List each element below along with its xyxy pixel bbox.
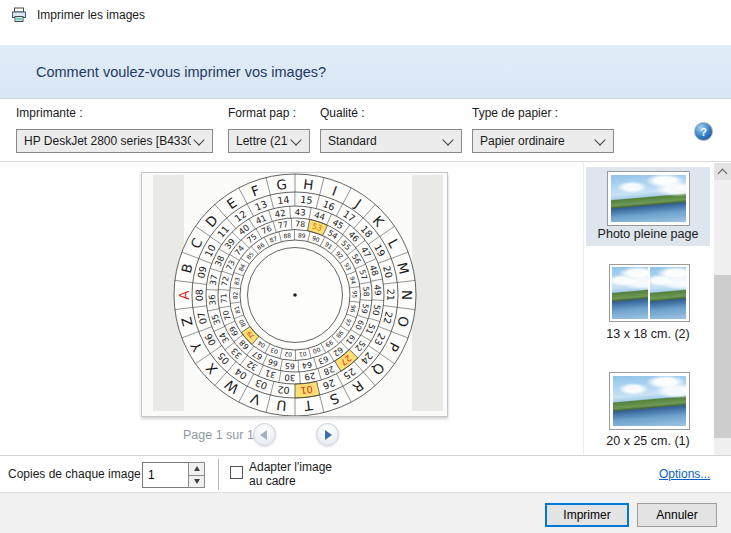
paper-size-select-value: Lettre (215,9 [229,134,288,148]
scroll-up-button[interactable] [714,163,731,180]
svg-text:82: 82 [231,291,238,299]
copies-label: Copies de chaque image : [8,467,147,481]
cancel-button[interactable]: Annuler [637,503,717,527]
photo-thumbnail [612,267,648,319]
layout-item-full-page-label[interactable]: Photo pleine page [586,227,710,241]
quality-label: Qualité : [320,106,365,120]
arrow-up-icon [194,466,200,471]
photo-thumbnail [613,376,686,426]
options-link[interactable]: Options... [659,467,710,481]
arrow-down-icon [194,479,200,484]
help-question-icon[interactable]: ? [694,122,713,141]
svg-text:37: 37 [208,274,220,287]
paper-type-select[interactable]: Papier ordinaire [472,129,614,153]
print-preview: ABCDEFGHIJKLMNOPQRSTUVWXYZ01020304050607… [141,172,448,417]
svg-text:H: H [302,176,314,193]
copies-increment-button[interactable] [188,462,205,476]
svg-text:29: 29 [304,371,317,383]
chevron-down-icon [594,134,605,145]
paper-type-label: Type de papier : [472,106,558,120]
page-title: Comment voulez-vous imprimer vos images? [36,64,326,80]
paper-size-select[interactable]: Lettre (215,9 [228,129,310,153]
fit-to-frame-checkbox[interactable] [230,466,243,479]
svg-text:N: N [399,290,415,300]
svg-text:08: 08 [194,289,205,301]
svg-text:78: 78 [295,219,306,229]
svg-text:21: 21 [385,289,396,301]
printer-label: Imprimante : [16,106,83,120]
cipher-wheel-image: ABCDEFGHIJKLMNOPQRSTUVWXYZ01020304050607… [142,173,447,416]
svg-text:36: 36 [207,294,218,306]
svg-text:02: 02 [277,384,290,396]
svg-text:72: 72 [220,276,231,288]
svg-text:95: 95 [351,291,358,299]
svg-text:U: U [276,397,288,414]
sidebar-divider [583,163,584,455]
svg-text:77: 77 [277,220,288,231]
print-button[interactable]: Imprimer [545,503,629,527]
chevron-down-icon [442,134,453,145]
svg-text:G: G [275,176,287,193]
divider [0,161,731,162]
paper-type-select-value: Papier ordinaire [473,134,592,148]
next-page-icon [325,430,332,440]
divider [218,459,219,490]
svg-text:02: 02 [284,351,293,359]
svg-text:14: 14 [277,194,290,206]
fit-label-line1: Adapter l'image [249,461,332,475]
page-indicator: Page 1 sur 1 [183,428,254,442]
svg-text:01: 01 [300,384,313,396]
svg-text:43: 43 [294,207,306,218]
copies-stepper[interactable] [142,462,205,488]
scrollbar-thumb[interactable] [714,275,731,438]
printer-icon [11,7,28,23]
photo-thumbnail [650,267,686,319]
chevron-down-icon [193,134,204,145]
layout-item-13x18-label[interactable]: 13 x 18 cm. (2) [586,327,710,341]
window-title: Imprimer les images [37,8,145,22]
svg-text:01: 01 [298,351,307,359]
layout-item-20x25-label[interactable]: 20 x 25 cm. (1) [586,434,710,448]
previous-page-button[interactable] [253,423,276,446]
printer-select-value: HP DeskJet 2800 series [B4330C] [17,134,191,148]
divider [0,455,731,456]
paper-size-label: Format pap : [228,106,296,120]
title-bar: Imprimer les images [0,0,731,30]
svg-text:88: 88 [283,232,292,240]
previous-page-icon [260,430,267,440]
svg-text:A: A [176,290,192,300]
layout-item-full-page-thumbnail[interactable] [607,171,690,226]
copies-input[interactable] [142,462,188,488]
layout-item-20x25-thumbnail[interactable] [609,372,690,430]
sidebar-scrollbar[interactable] [714,163,731,456]
svg-text:64: 64 [301,360,312,371]
svg-text:30: 30 [284,372,296,383]
svg-text:42: 42 [274,208,287,220]
quality-select-value: Standard [321,134,440,148]
chevron-down-icon [290,134,301,145]
layout-item-13x18-thumbnail[interactable] [609,264,690,322]
copies-decrement-button[interactable] [188,476,205,489]
svg-text:59: 59 [359,303,370,315]
svg-text:71: 71 [219,293,228,303]
photo-thumbnail [611,175,686,222]
svg-text:15: 15 [300,194,313,206]
printer-select[interactable]: HP DeskJet 2800 series [B4330C] [16,129,213,153]
chevron-up-icon [718,168,728,178]
svg-text:50: 50 [371,304,383,317]
svg-text:65: 65 [285,361,296,371]
next-page-button[interactable] [316,423,339,446]
svg-text:58: 58 [361,286,370,296]
header-band: Comment voulez-vous imprimer vos images? [0,45,731,99]
svg-text:89: 89 [298,231,307,239]
fit-label-line2: au cadre [249,475,332,489]
quality-select[interactable]: Standard [320,129,462,153]
svg-text:49: 49 [372,284,383,296]
fit-to-frame-label[interactable]: Adapter l'image au cadre [249,461,332,488]
